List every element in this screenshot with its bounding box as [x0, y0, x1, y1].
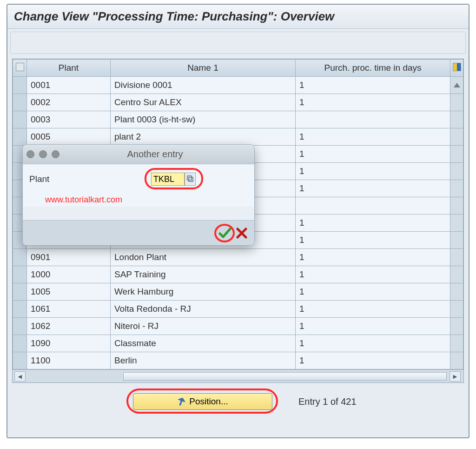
cell-name[interactable]: Classmate — [111, 335, 296, 352]
cell-plant[interactable]: 0005 — [27, 128, 111, 146]
cell-name[interactable]: Niteroi - RJ — [111, 318, 296, 335]
window-close-dot[interactable] — [26, 150, 34, 158]
cell-plant[interactable]: 1100 — [27, 352, 111, 369]
cell-proc[interactable] — [296, 111, 450, 128]
row-selector[interactable] — [13, 318, 27, 335]
cell-proc[interactable]: 1 — [296, 266, 450, 283]
row-selector[interactable] — [13, 77, 27, 94]
table-row[interactable]: 1090Classmate1 — [13, 335, 463, 352]
vertical-scroll-cell[interactable] — [450, 301, 463, 318]
cell-plant[interactable]: 1062 — [27, 318, 111, 335]
window-max-dot[interactable] — [52, 150, 60, 158]
table-row[interactable]: 0003Plant 0003 (is-ht-sw) — [13, 111, 463, 128]
vertical-scroll-cell[interactable] — [450, 352, 463, 369]
cell-proc[interactable]: 1 — [296, 128, 450, 146]
vertical-scroll-cell[interactable] — [450, 77, 463, 94]
cell-proc[interactable]: 1 — [296, 163, 450, 180]
table-row[interactable]: 1000SAP Training1 — [13, 266, 463, 283]
cell-proc[interactable]: 1 — [296, 352, 450, 369]
cell-name[interactable]: SAP Training — [111, 266, 296, 283]
window-min-dot[interactable] — [39, 150, 47, 158]
vertical-scroll-cell[interactable] — [450, 94, 463, 111]
cell-proc[interactable]: 1 — [296, 283, 450, 301]
table-row[interactable]: 1062Niteroi - RJ1 — [13, 318, 463, 335]
vertical-scroll-cell[interactable] — [450, 335, 463, 352]
cell-name[interactable]: Volta Redonda - RJ — [111, 301, 296, 318]
cell-plant[interactable]: 0002 — [27, 94, 111, 111]
vertical-scroll-cell[interactable] — [450, 180, 463, 197]
cell-proc[interactable] — [296, 197, 450, 214]
cell-name[interactable]: Werk Hamburg — [111, 283, 296, 301]
cell-proc[interactable]: 1 — [296, 77, 450, 94]
horizontal-scrollbar[interactable]: ◄ ► — [13, 369, 463, 382]
cell-plant[interactable]: 0001 — [27, 77, 111, 94]
cell-name[interactable]: plant 2 — [111, 128, 296, 146]
cell-name[interactable]: Divisione 0001 — [111, 77, 296, 94]
cell-name[interactable]: Centro Sur ALEX — [111, 94, 296, 111]
scroll-right-button[interactable]: ► — [450, 371, 461, 382]
col-plant-header[interactable]: Plant — [27, 60, 111, 77]
scroll-track[interactable] — [123, 372, 447, 381]
application-toolbar[interactable] — [10, 32, 466, 54]
row-selector[interactable] — [13, 283, 27, 301]
ok-button[interactable] — [218, 227, 232, 240]
cell-proc[interactable]: 1 — [296, 335, 450, 352]
col-name-header[interactable]: Name 1 — [111, 60, 296, 77]
vertical-scroll-cell[interactable] — [450, 111, 463, 128]
col-proc-header[interactable]: Purch. proc. time in days — [296, 60, 450, 77]
row-selector[interactable] — [13, 335, 27, 352]
scroll-left-button[interactable]: ◄ — [14, 371, 26, 382]
vertical-scroll-cell[interactable] — [450, 266, 463, 283]
scroll-thumb[interactable] — [124, 373, 446, 380]
cell-proc[interactable]: 1 — [296, 232, 450, 249]
table-row[interactable]: 0002Centro Sur ALEX1 — [13, 94, 463, 111]
cancel-button[interactable] — [236, 227, 248, 239]
plant-input[interactable] — [151, 173, 185, 186]
cell-plant[interactable]: 1005 — [27, 283, 111, 301]
vertical-scroll-cell[interactable] — [450, 249, 463, 266]
cell-name[interactable]: Berlin — [111, 352, 296, 369]
cell-proc[interactable]: 1 — [296, 301, 450, 318]
row-selector[interactable] — [13, 111, 27, 128]
vertical-scroll-cell[interactable] — [450, 232, 463, 249]
svg-rect-0 — [187, 176, 192, 180]
cell-proc[interactable]: 1 — [296, 214, 450, 232]
cell-proc[interactable]: 1 — [296, 180, 450, 197]
table-row[interactable]: 0005plant 21 — [13, 128, 463, 146]
cell-plant[interactable]: 1061 — [27, 301, 111, 318]
cell-plant[interactable]: 0003 — [27, 111, 111, 128]
vertical-scroll-cell[interactable] — [450, 197, 463, 214]
row-selector[interactable] — [13, 352, 27, 369]
vertical-scroll-cell[interactable] — [450, 128, 463, 146]
table-row[interactable]: 1061Volta Redonda - RJ1 — [13, 301, 463, 318]
cell-proc[interactable]: 1 — [296, 318, 450, 335]
cell-name[interactable]: London Plant — [111, 249, 296, 266]
cell-name[interactable]: Plant 0003 (is-ht-sw) — [111, 111, 296, 128]
row-selector[interactable] — [13, 266, 27, 283]
vertical-scroll-cell[interactable] — [450, 146, 463, 163]
vertical-scroll-cell[interactable] — [450, 214, 463, 232]
row-selector[interactable] — [13, 301, 27, 318]
vertical-scroll-cell[interactable] — [450, 318, 463, 335]
cell-plant[interactable]: 0901 — [27, 249, 111, 266]
vertical-scroll-cell[interactable] — [450, 283, 463, 301]
table-row[interactable]: 1005Werk Hamburg1 — [13, 283, 463, 301]
f4-help-button[interactable] — [185, 173, 196, 186]
cell-proc[interactable]: 1 — [296, 249, 450, 266]
cell-plant[interactable]: 1000 — [27, 266, 111, 283]
row-selector[interactable] — [13, 128, 27, 146]
table-row[interactable]: 1100Berlin1 — [13, 352, 463, 369]
cell-proc[interactable]: 1 — [296, 94, 450, 111]
table-row[interactable]: 0001Divisione 00011 — [13, 77, 463, 94]
table-config-header[interactable] — [450, 60, 463, 77]
row-selector[interactable] — [13, 249, 27, 266]
table-row[interactable]: 0901London Plant1 — [13, 249, 463, 266]
select-all-header[interactable] — [13, 60, 27, 77]
dialog-title-bar[interactable]: Another entry — [23, 145, 254, 164]
cell-proc[interactable]: 1 — [296, 146, 450, 163]
position-button[interactable]: Position... — [133, 393, 272, 410]
cell-plant[interactable]: 1090 — [27, 335, 111, 352]
row-selector[interactable] — [13, 94, 27, 111]
vertical-scroll-cell[interactable] — [450, 163, 463, 180]
window-controls[interactable] — [26, 150, 60, 158]
